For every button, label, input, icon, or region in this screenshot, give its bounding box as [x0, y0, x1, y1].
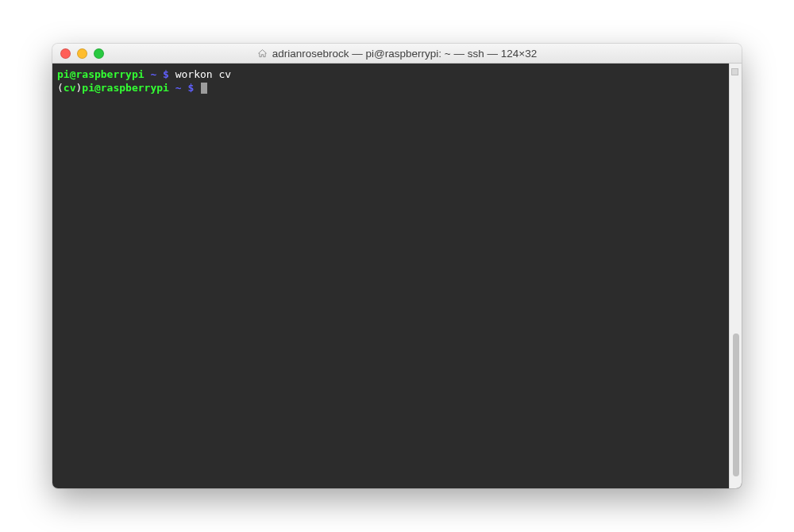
- home-icon: [257, 48, 268, 59]
- window-titlebar[interactable]: adrianrosebrock — pi@raspberrypi: ~ — ss…: [52, 44, 742, 64]
- prompt-dollar: $: [187, 82, 194, 94]
- prompt-userhost: pi@raspberrypi: [82, 82, 169, 94]
- venv-name: cv: [64, 82, 76, 94]
- prompt-path: ~: [150, 68, 156, 80]
- window-title-container: adrianrosebrock — pi@raspberrypi: ~ — ss…: [60, 48, 734, 60]
- terminal-content[interactable]: pi@raspberrypi ~ $ workon cv(cv)pi@raspb…: [52, 64, 729, 488]
- terminal-window: adrianrosebrock — pi@raspberrypi: ~ — ss…: [52, 44, 742, 488]
- traffic-lights: [60, 48, 104, 59]
- terminal-body: pi@raspberrypi ~ $ workon cv(cv)pi@raspb…: [52, 64, 742, 488]
- terminal-command: workon cv: [175, 68, 231, 80]
- scrollbar-thumb[interactable]: [733, 333, 739, 476]
- scrollbar-track[interactable]: [729, 64, 742, 488]
- venv-open-paren: (: [57, 82, 64, 94]
- prompt-dollar: $: [163, 68, 169, 80]
- maximize-button[interactable]: [94, 48, 104, 59]
- prompt-path: ~: [175, 82, 182, 94]
- terminal-line: pi@raspberrypi ~ $ workon cv: [57, 67, 724, 81]
- prompt-userhost: pi@raspberrypi: [57, 68, 145, 80]
- close-button[interactable]: [60, 48, 71, 59]
- scroll-indicator-icon: [731, 68, 738, 75]
- terminal-cursor: [201, 83, 207, 94]
- terminal-line: (cv)pi@raspberrypi ~ $: [57, 81, 724, 94]
- window-title: adrianrosebrock — pi@raspberrypi: ~ — ss…: [272, 48, 537, 60]
- minimize-button[interactable]: [77, 48, 87, 59]
